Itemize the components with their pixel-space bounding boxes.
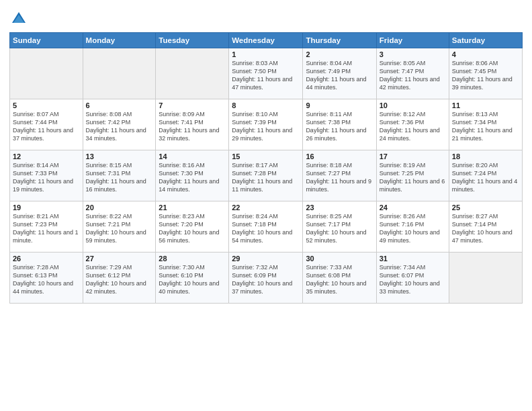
day-info: Sunrise: 8:09 AM Sunset: 7:41 PM Dayligh… xyxy=(159,110,226,143)
calendar-cell: 5Sunrise: 8:07 AM Sunset: 7:44 PM Daylig… xyxy=(10,99,83,150)
day-number: 4 xyxy=(452,50,519,58)
day-number: 30 xyxy=(306,255,373,263)
day-number: 19 xyxy=(13,203,80,212)
calendar-cell: 30Sunrise: 7:33 AM Sunset: 6:08 PM Dayli… xyxy=(303,253,376,304)
calendar-cell: 12Sunrise: 8:14 AM Sunset: 7:33 PM Dayli… xyxy=(10,150,83,201)
day-info: Sunrise: 8:26 AM Sunset: 7:16 PM Dayligh… xyxy=(380,212,446,245)
day-number: 20 xyxy=(86,203,153,212)
day-info: Sunrise: 8:23 AM Sunset: 7:20 PM Dayligh… xyxy=(159,212,226,245)
calendar-cell xyxy=(449,253,522,304)
day-info: Sunrise: 8:08 AM Sunset: 7:42 PM Dayligh… xyxy=(86,110,153,143)
calendar-cell: 6Sunrise: 8:08 AM Sunset: 7:42 PM Daylig… xyxy=(83,99,156,150)
calendar-cell: 31Sunrise: 7:34 AM Sunset: 6:07 PM Dayli… xyxy=(376,253,449,304)
day-number: 1 xyxy=(232,50,300,58)
header xyxy=(9,7,523,28)
day-info: Sunrise: 8:05 AM Sunset: 7:47 PM Dayligh… xyxy=(380,59,446,92)
day-number: 28 xyxy=(159,255,226,263)
day-info: Sunrise: 8:24 AM Sunset: 7:18 PM Dayligh… xyxy=(232,212,300,245)
calendar-cell: 26Sunrise: 7:28 AM Sunset: 6:13 PM Dayli… xyxy=(10,253,83,304)
calendar-table: SundayMondayTuesdayWednesdayThursdayFrid… xyxy=(9,32,523,304)
day-number: 27 xyxy=(86,255,153,263)
calendar-cell: 27Sunrise: 7:29 AM Sunset: 6:12 PM Dayli… xyxy=(83,253,156,304)
logo-icon xyxy=(9,9,28,28)
day-info: Sunrise: 8:12 AM Sunset: 7:36 PM Dayligh… xyxy=(380,110,446,143)
day-info: Sunrise: 8:27 AM Sunset: 7:14 PM Dayligh… xyxy=(452,212,519,245)
day-number: 2 xyxy=(306,50,373,58)
day-number: 21 xyxy=(159,203,226,212)
day-number: 5 xyxy=(13,101,80,109)
day-number: 22 xyxy=(232,203,300,212)
day-info: Sunrise: 8:19 AM Sunset: 7:25 PM Dayligh… xyxy=(380,161,446,194)
day-info: Sunrise: 8:03 AM Sunset: 7:50 PM Dayligh… xyxy=(232,59,300,92)
day-info: Sunrise: 8:22 AM Sunset: 7:21 PM Dayligh… xyxy=(86,212,153,245)
day-header-wednesday: Wednesday xyxy=(229,33,303,48)
day-info: Sunrise: 7:30 AM Sunset: 6:10 PM Dayligh… xyxy=(159,263,226,296)
day-info: Sunrise: 7:33 AM Sunset: 6:08 PM Dayligh… xyxy=(306,263,373,296)
day-number: 9 xyxy=(306,101,373,109)
day-number: 31 xyxy=(380,255,446,263)
calendar-cell: 1Sunrise: 8:03 AM Sunset: 7:50 PM Daylig… xyxy=(229,48,303,99)
calendar-cell: 10Sunrise: 8:12 AM Sunset: 7:36 PM Dayli… xyxy=(376,99,449,150)
day-number: 14 xyxy=(159,152,226,161)
calendar-cell: 23Sunrise: 8:25 AM Sunset: 7:17 PM Dayli… xyxy=(303,201,376,253)
logo xyxy=(9,9,31,28)
day-info: Sunrise: 8:04 AM Sunset: 7:49 PM Dayligh… xyxy=(306,59,373,92)
calendar-cell xyxy=(10,48,83,99)
day-info: Sunrise: 7:29 AM Sunset: 6:12 PM Dayligh… xyxy=(86,263,153,296)
day-info: Sunrise: 8:21 AM Sunset: 7:23 PM Dayligh… xyxy=(13,212,80,245)
page: SundayMondayTuesdayWednesdayThursdayFrid… xyxy=(0,0,532,411)
day-info: Sunrise: 7:34 AM Sunset: 6:07 PM Dayligh… xyxy=(380,263,446,296)
day-number: 23 xyxy=(306,203,373,212)
calendar-week-5: 26Sunrise: 7:28 AM Sunset: 6:13 PM Dayli… xyxy=(10,253,523,304)
calendar-cell: 25Sunrise: 8:27 AM Sunset: 7:14 PM Dayli… xyxy=(449,201,522,253)
day-number: 26 xyxy=(13,255,80,263)
calendar-cell xyxy=(83,48,156,99)
calendar-week-2: 5Sunrise: 8:07 AM Sunset: 7:44 PM Daylig… xyxy=(10,99,523,150)
day-header-sunday: Sunday xyxy=(10,33,83,48)
calendar-cell: 9Sunrise: 8:11 AM Sunset: 7:38 PM Daylig… xyxy=(303,99,376,150)
day-number: 24 xyxy=(380,203,446,212)
day-number: 12 xyxy=(13,152,80,161)
day-number: 7 xyxy=(159,101,226,109)
calendar-cell xyxy=(156,48,229,99)
calendar-cell: 21Sunrise: 8:23 AM Sunset: 7:20 PM Dayli… xyxy=(156,201,229,253)
calendar-week-4: 19Sunrise: 8:21 AM Sunset: 7:23 PM Dayli… xyxy=(10,201,523,253)
day-number: 11 xyxy=(452,101,519,109)
day-number: 10 xyxy=(380,101,446,109)
calendar-cell: 19Sunrise: 8:21 AM Sunset: 7:23 PM Dayli… xyxy=(10,201,83,253)
day-info: Sunrise: 8:16 AM Sunset: 7:30 PM Dayligh… xyxy=(159,161,226,194)
calendar-cell: 15Sunrise: 8:17 AM Sunset: 7:28 PM Dayli… xyxy=(229,150,303,201)
day-info: Sunrise: 8:10 AM Sunset: 7:39 PM Dayligh… xyxy=(232,110,300,143)
day-info: Sunrise: 8:25 AM Sunset: 7:17 PM Dayligh… xyxy=(306,212,373,245)
day-info: Sunrise: 8:14 AM Sunset: 7:33 PM Dayligh… xyxy=(13,161,80,194)
day-number: 18 xyxy=(452,152,519,161)
day-info: Sunrise: 8:13 AM Sunset: 7:34 PM Dayligh… xyxy=(452,110,519,143)
day-number: 16 xyxy=(306,152,373,161)
day-number: 15 xyxy=(232,152,300,161)
calendar-cell: 16Sunrise: 8:18 AM Sunset: 7:27 PM Dayli… xyxy=(303,150,376,201)
day-header-saturday: Saturday xyxy=(449,33,522,48)
calendar-cell: 4Sunrise: 8:06 AM Sunset: 7:45 PM Daylig… xyxy=(449,48,522,99)
calendar-cell: 17Sunrise: 8:19 AM Sunset: 7:25 PM Dayli… xyxy=(376,150,449,201)
calendar-cell: 14Sunrise: 8:16 AM Sunset: 7:30 PM Dayli… xyxy=(156,150,229,201)
day-number: 25 xyxy=(452,203,519,212)
calendar-cell: 11Sunrise: 8:13 AM Sunset: 7:34 PM Dayli… xyxy=(449,99,522,150)
day-info: Sunrise: 8:15 AM Sunset: 7:31 PM Dayligh… xyxy=(86,161,153,194)
day-info: Sunrise: 8:07 AM Sunset: 7:44 PM Dayligh… xyxy=(13,110,80,143)
calendar-cell: 22Sunrise: 8:24 AM Sunset: 7:18 PM Dayli… xyxy=(229,201,303,253)
day-number: 8 xyxy=(232,101,300,109)
calendar-cell: 8Sunrise: 8:10 AM Sunset: 7:39 PM Daylig… xyxy=(229,99,303,150)
day-info: Sunrise: 7:32 AM Sunset: 6:09 PM Dayligh… xyxy=(232,263,300,296)
calendar-week-3: 12Sunrise: 8:14 AM Sunset: 7:33 PM Dayli… xyxy=(10,150,523,201)
day-header-thursday: Thursday xyxy=(303,33,376,48)
calendar-cell: 20Sunrise: 8:22 AM Sunset: 7:21 PM Dayli… xyxy=(83,201,156,253)
day-number: 17 xyxy=(380,152,446,161)
calendar-cell: 13Sunrise: 8:15 AM Sunset: 7:31 PM Dayli… xyxy=(83,150,156,201)
day-info: Sunrise: 8:06 AM Sunset: 7:45 PM Dayligh… xyxy=(452,59,519,92)
day-number: 6 xyxy=(86,101,153,109)
calendar-cell: 18Sunrise: 8:20 AM Sunset: 7:24 PM Dayli… xyxy=(449,150,522,201)
calendar-cell: 24Sunrise: 8:26 AM Sunset: 7:16 PM Dayli… xyxy=(376,201,449,253)
calendar-cell: 3Sunrise: 8:05 AM Sunset: 7:47 PM Daylig… xyxy=(376,48,449,99)
calendar-cell: 28Sunrise: 7:30 AM Sunset: 6:10 PM Dayli… xyxy=(156,253,229,304)
day-header-friday: Friday xyxy=(376,33,449,48)
